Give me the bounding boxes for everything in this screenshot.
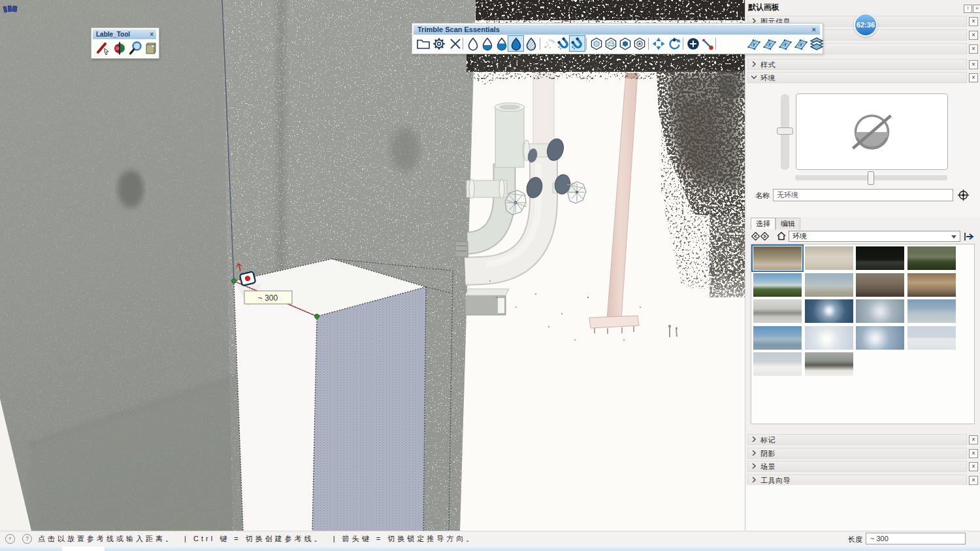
svg-text:~ 300: ~ 300 [258,293,278,303]
